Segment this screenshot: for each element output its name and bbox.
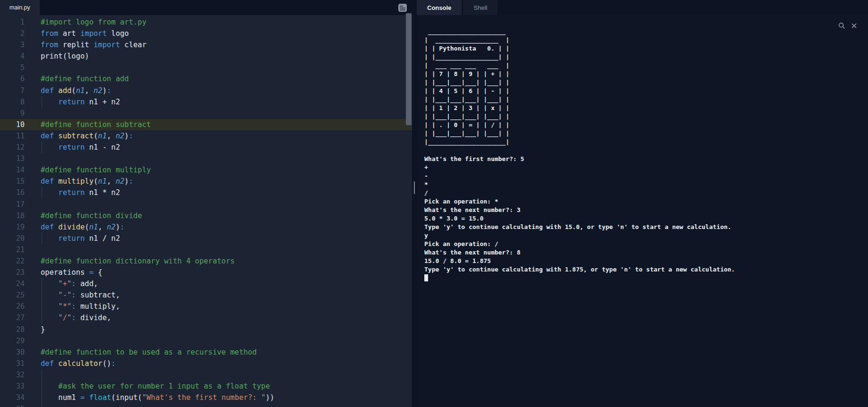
line-number[interactable]: 18 <box>0 210 25 221</box>
console-actions <box>838 22 858 29</box>
code-line[interactable]: 23operations = { <box>0 267 412 278</box>
code-line[interactable]: 3from replit import clear <box>0 39 412 51</box>
line-number[interactable]: 33 <box>0 381 25 392</box>
code-line[interactable]: 15def multiply(n1, n2): <box>0 176 412 187</box>
indent-guide <box>42 96 42 108</box>
line-number[interactable]: 32 <box>0 369 25 381</box>
editor-log-menu-icon[interactable] <box>398 4 407 12</box>
code-line[interactable]: 26 "*": multiply, <box>0 301 412 312</box>
code-line[interactable]: 32 <box>0 369 412 381</box>
line-number[interactable]: 19 <box>0 221 25 233</box>
code-line[interactable]: 34 num1 = float(input("What's the first … <box>0 392 412 403</box>
line-number[interactable]: 5 <box>0 62 25 73</box>
code-line[interactable]: 21 <box>0 244 412 255</box>
code-line[interactable]: 5 <box>0 62 412 73</box>
divider-drag-handle-icon[interactable] <box>414 181 415 194</box>
menu-line-1 <box>400 6 403 7</box>
code-line[interactable]: 2from art import logo <box>0 28 412 39</box>
line-number[interactable]: 29 <box>0 335 25 347</box>
tab-main-py[interactable]: main.py <box>0 0 40 15</box>
code-line[interactable]: 12 return n1 - n2 <box>0 142 412 153</box>
code-line[interactable]: 27 "/": divide, <box>0 312 412 323</box>
code-line[interactable]: 6#define function add <box>0 73 412 85</box>
line-number[interactable]: 31 <box>0 358 25 369</box>
file-tab-label: main.py <box>9 4 30 11</box>
menu-line-3 <box>400 9 405 10</box>
console-output[interactable]: _____________________ | ________________… <box>424 19 860 282</box>
code-line[interactable]: 8 return n1 + n2 <box>0 96 412 108</box>
code-line[interactable]: 30#define function to be used as a recur… <box>0 347 412 358</box>
line-number[interactable]: 12 <box>0 142 25 153</box>
console-body[interactable]: _____________________ | ________________… <box>417 15 868 407</box>
code-line[interactable]: 20 return n1 / n2 <box>0 233 412 244</box>
line-code: #define function multiply <box>41 164 412 176</box>
code-line[interactable]: 31def calculator(): <box>0 358 412 369</box>
code-line[interactable]: 29 <box>0 335 412 347</box>
line-code: "-": subtract, <box>41 289 412 301</box>
code-line[interactable]: 17 <box>0 199 412 210</box>
editor-scrollbar-thumb[interactable] <box>406 13 412 125</box>
code-line[interactable]: 1#import logo from art.py <box>0 17 412 28</box>
tab-console[interactable]: Console <box>417 0 462 15</box>
code-line[interactable]: 35 <box>0 403 412 407</box>
code-lines: 1#import logo from art.py2from art impor… <box>0 17 412 407</box>
line-number[interactable]: 15 <box>0 176 25 187</box>
indent-guide <box>42 278 42 289</box>
code-line[interactable]: 16 return n1 * n2 <box>0 187 412 198</box>
tab-shell[interactable]: Shell <box>463 0 498 15</box>
code-editor[interactable]: 1#import logo from art.py2from art impor… <box>0 15 412 407</box>
line-number[interactable]: 27 <box>0 312 25 323</box>
line-number[interactable]: 21 <box>0 244 25 255</box>
line-code <box>41 62 412 73</box>
line-number[interactable]: 4 <box>0 51 25 62</box>
line-number[interactable]: 35 <box>0 403 25 407</box>
menu-line-2 <box>400 8 405 8</box>
code-line[interactable]: 4print(logo) <box>0 51 412 62</box>
code-line[interactable]: 28} <box>0 324 412 335</box>
line-number[interactable]: 28 <box>0 324 25 335</box>
line-code <box>41 108 412 119</box>
code-line[interactable]: 22#define function dictionary with 4 ope… <box>0 255 412 267</box>
code-line[interactable]: 7def add(n1, n2): <box>0 85 412 96</box>
close-icon[interactable] <box>850 22 858 29</box>
line-number[interactable]: 14 <box>0 164 25 176</box>
line-number[interactable]: 30 <box>0 347 25 358</box>
line-number[interactable]: 34 <box>0 392 25 403</box>
line-number[interactable]: 10 <box>0 119 25 130</box>
line-number[interactable]: 16 <box>0 187 25 198</box>
panel-divider[interactable] <box>412 0 417 407</box>
line-code: def subtract(n1, n2): <box>41 130 412 142</box>
line-number[interactable]: 3 <box>0 39 25 51</box>
line-number[interactable]: 8 <box>0 96 25 108</box>
code-line[interactable]: 18#define function divide <box>0 210 412 221</box>
line-code <box>41 244 412 255</box>
line-number[interactable]: 22 <box>0 255 25 267</box>
code-line[interactable]: 11def subtract(n1, n2): <box>0 130 412 142</box>
search-icon[interactable] <box>838 22 845 29</box>
line-number[interactable]: 24 <box>0 278 25 289</box>
code-line[interactable]: 14#define function multiply <box>0 164 412 176</box>
line-number[interactable]: 2 <box>0 28 25 39</box>
code-line[interactable]: 9 <box>0 108 412 119</box>
code-line[interactable]: 19def divide(n1, n2): <box>0 221 412 233</box>
line-code: #define function to be used as a recursi… <box>41 347 412 358</box>
line-number[interactable]: 23 <box>0 267 25 278</box>
line-number[interactable]: 6 <box>0 73 25 85</box>
line-number[interactable]: 1 <box>0 17 25 28</box>
line-code: #ask the user for number 1 input as a fl… <box>41 381 412 392</box>
code-line[interactable]: 13 <box>0 153 412 164</box>
line-number[interactable]: 7 <box>0 85 25 96</box>
line-number[interactable]: 9 <box>0 108 25 119</box>
line-number[interactable]: 17 <box>0 199 25 210</box>
code-line[interactable]: 33 #ask the user for number 1 input as a… <box>0 381 412 392</box>
line-code: return n1 * n2 <box>41 187 412 198</box>
line-number[interactable]: 11 <box>0 130 25 142</box>
code-line[interactable]: 24 "+": add, <box>0 278 412 289</box>
code-line[interactable]: 10#define function subtract <box>0 119 412 130</box>
line-number[interactable]: 13 <box>0 153 25 164</box>
line-number[interactable]: 20 <box>0 233 25 244</box>
line-number[interactable]: 26 <box>0 301 25 312</box>
line-number[interactable]: 25 <box>0 289 25 301</box>
code-line[interactable]: 25 "-": subtract, <box>0 289 412 301</box>
line-code: print(logo) <box>41 51 412 62</box>
